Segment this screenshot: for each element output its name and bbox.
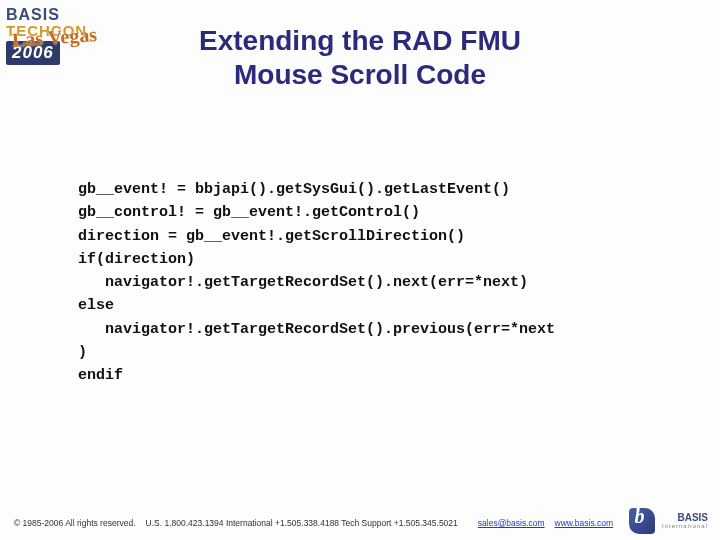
website-link[interactable]: www.basis.com — [555, 518, 614, 528]
title-line-1: Extending the RAD FMU — [199, 25, 521, 56]
code-block: gb__event! = bbjapi().getSysGui().getLas… — [78, 178, 670, 387]
company-logo-text: BASIS — [677, 512, 708, 523]
event-logo: BASIS TECHCON Las Vegas 2006 — [6, 6, 116, 84]
company-logo: BASIS International — [629, 508, 708, 534]
b-mark-icon — [629, 508, 655, 534]
company-logo-label: BASIS International — [662, 513, 708, 529]
sales-email-link[interactable]: sales@basis.com — [478, 518, 545, 528]
slide: BASIS TECHCON Las Vegas 2006 Extending t… — [0, 0, 720, 540]
copyright-text: © 1985-2006 All rights reserved. — [14, 518, 136, 528]
logo-vegas: Las Vegas — [11, 23, 97, 52]
footer: © 1985-2006 All rights reserved. U.S. 1.… — [14, 518, 706, 528]
code-line: ) — [78, 344, 87, 361]
code-line: endif — [78, 367, 123, 384]
code-line: navigator!.getTargetRecordSet().previous… — [78, 321, 555, 338]
code-line: if(direction) — [78, 251, 195, 268]
code-line: direction = gb__event!.getScrollDirectio… — [78, 228, 465, 245]
slide-title: Extending the RAD FMU Mouse Scroll Code — [60, 0, 660, 91]
code-line: else — [78, 297, 114, 314]
code-line: navigator!.getTargetRecordSet().next(err… — [78, 274, 528, 291]
company-logo-sub: International — [662, 523, 708, 529]
contact-phones: U.S. 1.800.423.1394 International +1.505… — [146, 518, 458, 528]
code-line: gb__control! = gb__event!.getControl() — [78, 204, 420, 221]
title-line-2: Mouse Scroll Code — [234, 59, 486, 90]
code-line: gb__event! = bbjapi().getSysGui().getLas… — [78, 181, 510, 198]
